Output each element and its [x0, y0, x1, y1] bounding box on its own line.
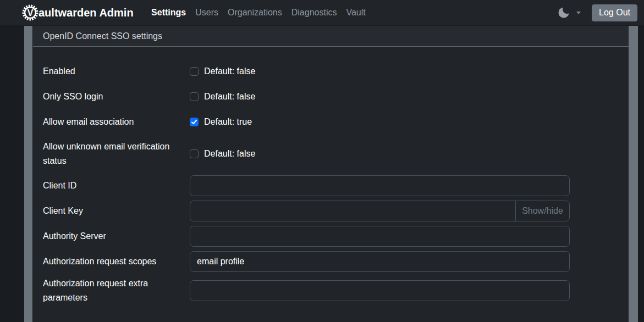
- authority-server-input[interactable]: [190, 226, 570, 247]
- checkbox-enabled[interactable]: [190, 67, 199, 76]
- form-row-client-key: Client Key Show/hide: [43, 201, 619, 221]
- form-row-auth-request-extra-params: Authorization request extra parameters: [43, 276, 619, 305]
- logout-button[interactable]: Log Out: [592, 4, 637, 21]
- card-header-title: OpenID Connect SSO settings: [43, 31, 162, 41]
- nav-link-organizations[interactable]: Organizations: [223, 8, 287, 18]
- main-nav: Settings Users Organizations Diagnostics…: [147, 8, 371, 18]
- form-row-auth-request-scopes: Authorization request scopes: [43, 251, 619, 272]
- nav-link-settings[interactable]: Settings: [147, 8, 191, 18]
- field-label: Allow email association: [43, 115, 190, 129]
- show-hide-button[interactable]: Show/hide: [515, 201, 570, 221]
- brand-logo-letter: V: [27, 8, 34, 18]
- client-key-input[interactable]: [190, 201, 516, 221]
- form-row-allow-unknown-email-verification: Allow unknown email verification status …: [43, 137, 619, 171]
- theme-dropdown-toggle[interactable]: [555, 4, 583, 22]
- vaultwarden-gear-logo-icon: V: [22, 4, 38, 21]
- card-header-sso-settings[interactable]: OpenID Connect SSO settings: [33, 26, 629, 47]
- chevron-down-icon: [576, 12, 581, 14]
- form-row-client-id: Client ID: [43, 175, 619, 196]
- field-label: Client ID: [43, 179, 190, 193]
- checkbox-allow-email-association[interactable]: [190, 118, 199, 126]
- checkbox-only-sso-login[interactable]: [190, 92, 199, 101]
- field-label: Authority Server: [43, 229, 190, 243]
- checkbox-allow-unknown-email-verification-status[interactable]: [190, 149, 199, 158]
- nav-link-vault[interactable]: Vault: [342, 8, 370, 18]
- field-label: Client Key: [43, 204, 190, 218]
- nav-link-users[interactable]: Users: [191, 8, 223, 18]
- checkbox-label: Default: false: [204, 66, 255, 76]
- checkbox-label: Default: true: [204, 117, 252, 127]
- vertical-scrollbar-left[interactable]: [24, 26, 32, 322]
- brand[interactable]: V aultwarden Admin: [22, 4, 134, 21]
- form-row-allow-email-association: Allow email association Default: true: [43, 112, 619, 132]
- field-label: Authorization request scopes: [43, 254, 190, 269]
- field-label: Enabled: [43, 64, 190, 79]
- form-row-enabled: Enabled Default: false: [43, 61, 619, 82]
- form-row-only-sso-login: Only SSO login Default: false: [43, 86, 619, 107]
- sso-settings-form: Enabled Default: false Only SSO login De…: [33, 47, 629, 305]
- nav-link-diagnostics[interactable]: Diagnostics: [287, 8, 342, 18]
- top-navbar: V aultwarden Admin Settings Users Organi…: [0, 0, 644, 25]
- vertical-scrollbar-right[interactable]: [629, 26, 638, 322]
- checkbox-label: Default: false: [204, 149, 255, 159]
- moon-icon: [557, 5, 571, 21]
- navbar-right-group: Log Out: [555, 4, 637, 22]
- form-row-authority-server: Authority Server: [43, 226, 619, 247]
- auth-request-extra-params-input[interactable]: [190, 280, 570, 301]
- field-label: Only SSO login: [43, 90, 190, 104]
- sso-settings-card: OpenID Connect SSO settings Enabled Defa…: [33, 26, 629, 322]
- field-label: Authorization request extra parameters: [43, 276, 190, 305]
- client-id-input[interactable]: [190, 175, 570, 196]
- auth-request-scopes-input[interactable]: [190, 251, 570, 272]
- field-label: Allow unknown email verification status: [43, 140, 190, 168]
- brand-text: aultwarden Admin: [38, 7, 134, 19]
- checkbox-label: Default: false: [204, 92, 255, 102]
